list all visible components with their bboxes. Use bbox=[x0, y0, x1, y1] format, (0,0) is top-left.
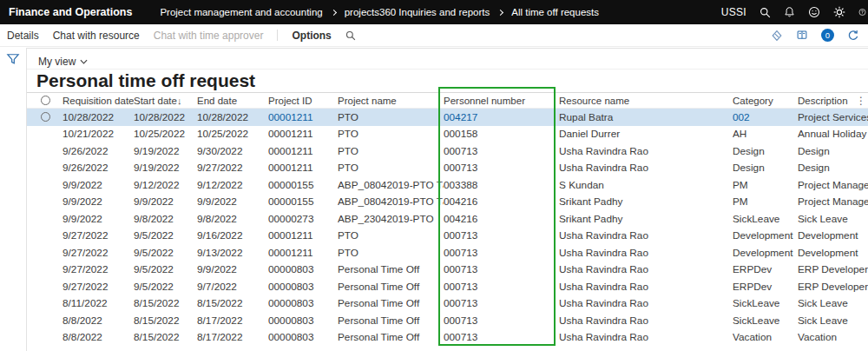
cell-project-id: 00000155 bbox=[268, 179, 338, 191]
tab-chat-with-resource[interactable]: Chat with resource bbox=[53, 30, 140, 42]
table-row[interactable]: 9/26/20229/19/20229/27/202200001211PTO00… bbox=[27, 160, 868, 177]
cell-category[interactable]: 002 bbox=[733, 111, 798, 123]
cell-project-id: 00000155 bbox=[268, 195, 338, 208]
cell-description: Project Management bbox=[798, 195, 868, 208]
table-row[interactable]: 9/9/20229/8/20229/8/202200000273ABP_2304… bbox=[27, 210, 868, 228]
cell-category: SickLeave bbox=[733, 315, 798, 327]
select-all-radio[interactable] bbox=[27, 96, 62, 105]
guide-book-icon[interactable] bbox=[796, 30, 808, 41]
cell-personnel-number: 000713 bbox=[444, 162, 559, 174]
breadcrumb-page[interactable]: All time off requests bbox=[511, 7, 599, 17]
breadcrumb-section[interactable]: projects360 Inquiries and reports bbox=[345, 7, 490, 17]
table-row[interactable]: 9/9/20229/12/20229/12/202200000155ABP_08… bbox=[27, 176, 868, 194]
cell-project-id: 00000803 bbox=[268, 281, 338, 293]
cell-project-id[interactable]: 00001211 bbox=[268, 111, 338, 123]
cell-project-name: Personal Time Off bbox=[338, 331, 444, 343]
column-header-end-date[interactable]: End date bbox=[197, 96, 268, 106]
view-selector-label: My view bbox=[38, 56, 76, 68]
column-header-personnel-number[interactable]: Personnel number bbox=[444, 96, 559, 106]
cell-project-name: Personal Time Off bbox=[338, 263, 444, 275]
tab-options[interactable]: Options bbox=[292, 30, 331, 42]
cell-personnel-number: 000713 bbox=[444, 229, 559, 242]
cell-resource-name: Usha Ravindra Rao bbox=[559, 331, 733, 343]
divider bbox=[277, 30, 278, 41]
alerts-bell-icon[interactable] bbox=[784, 6, 795, 18]
table-row[interactable]: 10/21/202210/25/202210/25/202200001211PT… bbox=[27, 126, 868, 143]
grid-more-options-icon[interactable]: ⋮ bbox=[856, 95, 868, 107]
cell-end-date: 9/7/2022 bbox=[197, 281, 268, 293]
cell-resource-name: Daniel Durrer bbox=[559, 128, 733, 140]
grid-header: Requisition dateStart date↓End dateProje… bbox=[27, 92, 868, 109]
cell-requisition-date: 8/8/2022 bbox=[62, 315, 134, 327]
column-header-start-date[interactable]: Start date↓ bbox=[134, 96, 197, 106]
cell-end-date: 9/13/2022 bbox=[197, 247, 268, 259]
table-row[interactable]: 9/26/20229/19/20229/30/202200001211PTO00… bbox=[27, 142, 868, 160]
company-selector[interactable]: USSI bbox=[721, 6, 746, 18]
cell-end-date: 9/30/2022 bbox=[197, 145, 268, 157]
cell-start-date: 9/5/2022 bbox=[134, 229, 197, 242]
cell-resource-name: S Kundan bbox=[559, 179, 733, 191]
cell-start-date: 9/12/2022 bbox=[134, 179, 197, 191]
cell-description: Project Services bbox=[798, 111, 868, 123]
tab-details[interactable]: Details bbox=[7, 30, 39, 42]
cell-description: Sick Leave bbox=[798, 297, 868, 309]
cell-resource-name: Srikant Padhy bbox=[559, 213, 733, 225]
cell-project-id: 00001211 bbox=[268, 128, 338, 140]
table-row[interactable]: 10/28/202210/28/202210/28/202200001211PT… bbox=[27, 109, 868, 126]
cell-requisition-date: 9/9/2022 bbox=[62, 179, 134, 191]
cell-description: Project Management bbox=[798, 179, 868, 191]
refresh-icon[interactable] bbox=[847, 30, 859, 42]
cell-project-id: 00000803 bbox=[268, 297, 338, 309]
table-row[interactable]: 9/27/20229/5/20229/13/202200001211PTO000… bbox=[27, 244, 868, 262]
table-row[interactable]: 9/27/20229/5/20229/9/202200000803Persona… bbox=[27, 262, 868, 279]
cell-start-date: 8/15/2022 bbox=[134, 331, 197, 343]
column-header-resource-name[interactable]: Resource name bbox=[559, 96, 733, 106]
column-header-project-name[interactable]: Project name bbox=[338, 96, 444, 106]
cell-description: Design bbox=[798, 145, 868, 157]
column-header-requisition-date[interactable]: Requisition date bbox=[62, 96, 134, 106]
radio-circle-icon bbox=[41, 96, 50, 105]
feedback-smiley-icon[interactable] bbox=[808, 6, 820, 18]
cell-start-date: 9/8/2022 bbox=[134, 213, 197, 225]
column-header-description[interactable]: Description bbox=[798, 96, 856, 106]
table-row[interactable]: 9/27/20229/5/20229/7/202200000803Persona… bbox=[27, 278, 868, 295]
chevron-right-icon bbox=[497, 10, 503, 16]
help-icon[interactable] bbox=[858, 6, 866, 18]
cell-requisition-date: 9/27/2022 bbox=[62, 263, 134, 275]
cell-start-date: 9/5/2022 bbox=[134, 263, 197, 275]
action-search-icon[interactable] bbox=[345, 30, 356, 41]
table-row[interactable]: 8/8/20228/15/20228/17/202200000803Person… bbox=[27, 312, 868, 329]
search-icon[interactable] bbox=[760, 7, 771, 18]
cell-requisition-date: 9/27/2022 bbox=[62, 247, 134, 259]
notifications-badge[interactable]: 0 bbox=[821, 29, 834, 42]
cell-personnel-number: 000713 bbox=[444, 281, 559, 293]
cell-project-name: PTO bbox=[338, 247, 444, 259]
cell-resource-name: Usha Ravindra Rao bbox=[559, 229, 733, 242]
cell-project-name: PTO bbox=[338, 162, 444, 174]
cell-personnel-number[interactable]: 004217 bbox=[444, 111, 559, 123]
chevron-right-icon bbox=[331, 10, 337, 16]
cell-start-date: 8/15/2022 bbox=[134, 297, 197, 309]
table-row[interactable]: 8/8/20228/15/20228/17/202200000803Person… bbox=[27, 329, 868, 347]
settings-gear-icon[interactable] bbox=[833, 6, 845, 18]
cell-requisition-date: 9/27/2022 bbox=[62, 281, 134, 293]
cell-category: Development bbox=[733, 247, 798, 259]
cell-description: Development bbox=[798, 229, 868, 242]
cell-requisition-date: 9/9/2022 bbox=[62, 195, 134, 208]
cell-project-name: PTO bbox=[338, 229, 444, 242]
table-row[interactable]: 9/27/20229/5/20229/16/202200001211PTO000… bbox=[27, 228, 868, 245]
cell-category: PM bbox=[733, 179, 798, 191]
view-selector[interactable]: My view bbox=[27, 54, 868, 70]
app-title[interactable]: Finance and Operations bbox=[0, 6, 148, 18]
breadcrumb-module[interactable]: Project management and accounting bbox=[160, 7, 322, 17]
column-header-project-id[interactable]: Project ID bbox=[268, 96, 338, 106]
column-header-category[interactable]: Category bbox=[733, 96, 798, 106]
cell-end-date: 10/25/2022 bbox=[197, 128, 268, 140]
cell-personnel-number: 000713 bbox=[444, 263, 559, 275]
table-row[interactable]: 8/11/20228/15/20228/15/202200000803Perso… bbox=[27, 295, 868, 313]
row-select-radio[interactable] bbox=[27, 112, 62, 122]
attachments-icon[interactable] bbox=[771, 30, 783, 42]
cell-project-id: 00001211 bbox=[268, 229, 338, 242]
table-row[interactable]: 9/9/20229/9/20229/9/202200000155ABP_0804… bbox=[27, 194, 868, 211]
filter-funnel-icon[interactable] bbox=[6, 53, 26, 65]
